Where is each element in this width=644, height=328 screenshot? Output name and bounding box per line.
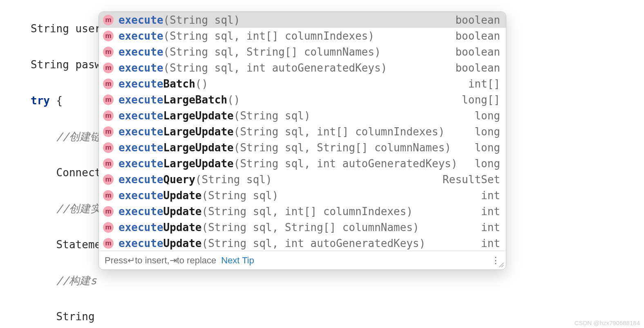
completion-item[interactable]: mexecuteLargeUpdate(String sql, int[] co…	[99, 124, 506, 139]
method-icon: m	[103, 206, 114, 217]
completion-suffix: LargeBatch	[163, 94, 228, 106]
completion-suffix: Update	[163, 189, 202, 202]
completion-suffix: LargeUpdate	[163, 142, 234, 154]
method-icon: m	[103, 94, 114, 105]
completion-match: execute	[119, 142, 163, 154]
method-icon: m	[103, 31, 114, 41]
completion-suffix: Query	[163, 173, 195, 186]
hint-text: to replace	[177, 255, 217, 266]
completion-suffix: Update	[163, 237, 202, 249]
svg-line-0	[499, 263, 504, 267]
completion-match: execute	[119, 189, 163, 202]
completion-match: execute	[119, 157, 163, 170]
completion-return-type: long[]	[462, 94, 500, 106]
tab-key-icon: ⇥	[170, 255, 177, 266]
method-icon: m	[103, 158, 114, 169]
method-icon: m	[103, 222, 114, 233]
completion-match: execute	[119, 110, 163, 122]
completion-suffix: LargeUpdate	[163, 110, 234, 122]
completion-footer: Press ↵ to insert, ⇥ to replace Next Tip…	[99, 251, 506, 270]
completion-item[interactable]: mexecute(String sql, String[] columnName…	[99, 44, 506, 60]
method-icon: m	[103, 190, 114, 201]
code-text: {	[50, 94, 63, 107]
comment: //创建链	[31, 130, 101, 143]
completion-return-type: boolean	[455, 30, 500, 42]
completion-match: execute	[119, 173, 163, 186]
comment: //构建s	[31, 274, 97, 287]
completion-item[interactable]: mexecuteQuery(String sql)ResultSet	[99, 171, 506, 187]
resize-handle-icon[interactable]	[498, 262, 505, 268]
completion-match: execute	[119, 221, 163, 234]
method-icon: m	[103, 126, 114, 137]
code-text: Connect	[31, 166, 101, 179]
completion-item[interactable]: mexecuteLargeUpdate(String sql)long	[99, 108, 506, 124]
completion-suffix: Update	[163, 221, 202, 234]
completion-params: (String sql, int autoGeneratedKeys)	[163, 62, 387, 74]
completion-params: (String sql)	[234, 110, 311, 122]
enter-key-icon: ↵	[127, 255, 135, 266]
completion-match: execute	[119, 14, 163, 26]
completion-item[interactable]: mexecuteUpdate(String sql, int autoGener…	[99, 235, 506, 251]
completion-item[interactable]: mexecute(String sql, int autoGeneratedKe…	[99, 60, 506, 76]
hint-text: Press	[105, 255, 127, 266]
completion-item[interactable]: mexecuteUpdate(String sql, int[] columnI…	[99, 203, 506, 219]
completion-suffix: Batch	[163, 78, 195, 90]
completion-return-type: boolean	[455, 14, 500, 26]
code-completion-popup: mexecute(String sql)booleanmexecute(Stri…	[98, 11, 506, 270]
completion-item[interactable]: mexecuteLargeBatch()long[]	[99, 92, 506, 108]
svg-line-1	[501, 265, 503, 267]
completion-params: ()	[227, 94, 240, 106]
completion-params: ()	[195, 78, 208, 90]
completion-match: execute	[119, 205, 163, 218]
hint-text: to insert,	[135, 255, 169, 266]
completion-match: execute	[119, 126, 163, 138]
completion-list[interactable]: mexecute(String sql)booleanmexecute(Stri…	[99, 12, 506, 251]
completion-return-type: int	[481, 221, 500, 234]
completion-params: (String sql)	[195, 173, 272, 186]
completion-params: (String sql, int[] columnIndexes)	[202, 205, 413, 218]
completion-match: execute	[119, 237, 163, 249]
completion-item[interactable]: mexecute(String sql)boolean	[99, 12, 506, 28]
next-tip-link[interactable]: Next Tip	[221, 255, 254, 266]
completion-item[interactable]: mexecuteUpdate(String sql)int	[99, 187, 506, 203]
completion-return-type: int	[481, 205, 500, 218]
method-icon: m	[103, 142, 114, 153]
completion-item[interactable]: mexecute(String sql, int[] columnIndexes…	[99, 28, 506, 44]
completion-return-type: int	[481, 237, 500, 249]
completion-match: execute	[119, 78, 163, 90]
completion-match: execute	[119, 62, 163, 74]
completion-params: (String sql)	[163, 14, 240, 26]
completion-match: execute	[119, 46, 163, 58]
completion-item[interactable]: mexecuteBatch()int[]	[99, 76, 506, 92]
method-icon: m	[103, 47, 114, 57]
completion-item[interactable]: mexecuteUpdate(String sql, String[] colu…	[99, 219, 506, 235]
completion-item[interactable]: mexecuteLargeUpdate(String sql, String[]…	[99, 139, 506, 155]
completion-return-type: ResultSet	[443, 173, 500, 186]
completion-params: (String sql, String[] columnNames)	[202, 221, 419, 234]
completion-return-type: boolean	[455, 46, 500, 58]
completion-params: (String sql, int[] columnIndexes)	[234, 126, 445, 138]
code-text: Stateme	[31, 238, 101, 251]
completion-params: (String sql, int[] columnIndexes)	[163, 30, 375, 42]
completion-params: (String sql, String[] columnNames)	[234, 142, 451, 154]
completion-return-type: long	[474, 126, 500, 138]
method-icon: m	[103, 63, 114, 73]
keyword-try: try	[31, 94, 50, 107]
completion-params: (String sql, int autoGeneratedKeys)	[202, 237, 426, 249]
completion-return-type: long	[474, 142, 500, 154]
method-icon: m	[103, 238, 114, 249]
completion-return-type: boolean	[455, 62, 500, 74]
completion-return-type: long	[474, 110, 500, 122]
completion-match: execute	[119, 94, 163, 106]
method-icon: m	[103, 15, 114, 25]
completion-item[interactable]: mexecuteLargeUpdate(String sql, int auto…	[99, 155, 506, 171]
completion-params: (String sql, int autoGeneratedKeys)	[234, 157, 458, 170]
method-icon: m	[103, 110, 114, 121]
watermark: CSDN @hzx790688184	[575, 319, 640, 326]
completion-return-type: long	[474, 157, 500, 170]
method-icon: m	[103, 79, 114, 89]
comment: //创建实	[31, 202, 101, 215]
completion-return-type: int	[481, 189, 500, 202]
code-text: String	[31, 310, 101, 323]
method-icon: m	[103, 174, 114, 185]
